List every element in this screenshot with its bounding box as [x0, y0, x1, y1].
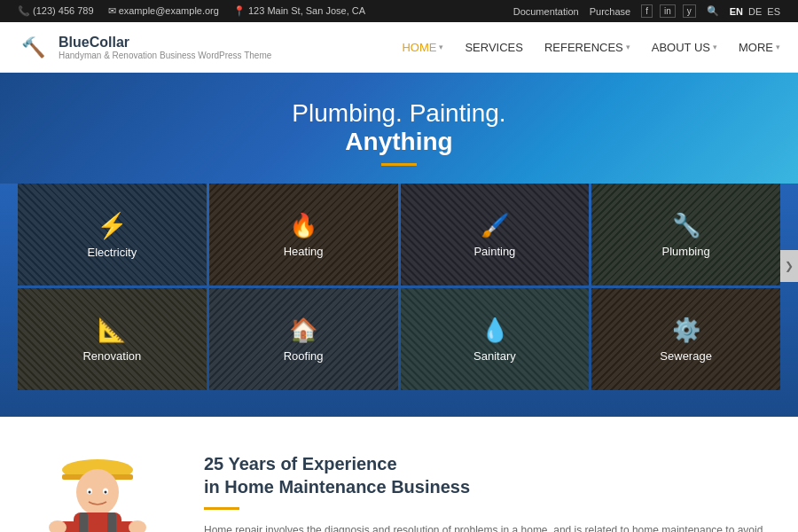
- painting-overlay: 🖌️ Painting: [401, 184, 590, 286]
- nav-home-arrow: ▾: [439, 43, 443, 51]
- hero-line2: Anything: [345, 128, 452, 155]
- linkedin-icon[interactable]: in: [660, 4, 676, 18]
- services-section: ⚡ Electricity 🔥 Heating 🖌️ Painting 🔧 Pl…: [0, 184, 798, 417]
- topbar: 📞 (123) 456 789 ✉ example@example.org 📍 …: [0, 0, 798, 22]
- sanitary-label: Sanitary: [473, 349, 516, 363]
- service-card-roofing[interactable]: 🏠 Roofing: [209, 288, 398, 390]
- renovation-overlay: 📐 Renovation: [18, 288, 207, 390]
- lang-es[interactable]: ES: [767, 6, 780, 17]
- about-heading-line1: 25 Years of Experience: [204, 454, 397, 473]
- service-card-sanitary[interactable]: 💧 Sanitary: [401, 288, 590, 390]
- services-grid: ⚡ Electricity 🔥 Heating 🖌️ Painting 🔧 Pl…: [18, 184, 780, 390]
- service-card-heating[interactable]: 🔥 Heating: [209, 184, 398, 286]
- purchase-link[interactable]: Purchase: [590, 6, 630, 17]
- about-body: Home repair involves the diagnosis and r…: [204, 522, 780, 532]
- about-image: [18, 443, 177, 532]
- svg-rect-12: [107, 512, 116, 532]
- main-nav: HOME ▾ SERVICES REFERENCES ▾ ABOUT US ▾ …: [402, 41, 780, 54]
- svg-point-9: [105, 491, 107, 494]
- hero-line1: Plumbing. Painting.: [292, 99, 505, 127]
- nav-references-arrow: ▾: [626, 43, 630, 51]
- header: 🔨 BlueCollar Handyman & Renovation Busin…: [0, 22, 798, 73]
- painting-label: Painting: [473, 245, 515, 258]
- nav-more[interactable]: MORE ▾: [739, 41, 780, 54]
- svg-point-8: [89, 491, 91, 494]
- social-links: f in y: [641, 4, 696, 18]
- sidebar-toggle[interactable]: ❯: [780, 250, 798, 282]
- electricity-icon: ⚡: [97, 211, 128, 240]
- painting-icon: 🖌️: [481, 212, 509, 239]
- logo-icon: 🔨: [18, 31, 50, 63]
- heating-icon: 🔥: [289, 212, 317, 239]
- about-underline: [204, 507, 239, 510]
- address-item: 📍 123 Main St, San Jose, CA: [233, 5, 365, 17]
- nav-about[interactable]: ABOUT US ▾: [652, 41, 717, 54]
- electricity-label: Electricity: [88, 246, 137, 259]
- nav-services[interactable]: SERVICES: [465, 41, 523, 54]
- hero-section: Plumbing. Painting. Anything: [0, 73, 798, 184]
- about-text: 25 Years of Experience in Home Maintenan…: [204, 443, 780, 532]
- sanitary-overlay: 💧 Sanitary: [401, 288, 590, 390]
- nav-home[interactable]: HOME ▾: [402, 41, 443, 54]
- phone-item: 📞 (123) 456 789: [18, 5, 94, 17]
- language-switcher: EN DE ES: [730, 6, 780, 17]
- lang-en[interactable]: EN: [730, 6, 743, 17]
- topbar-contact: 📞 (123) 456 789 ✉ example@example.org 📍 …: [18, 5, 365, 17]
- service-card-plumbing[interactable]: 🔧 Plumbing: [591, 184, 780, 286]
- about-heading: 25 Years of Experience in Home Maintenan…: [204, 452, 780, 498]
- hero-underline: [381, 163, 417, 166]
- phone-icon: 📞: [18, 5, 30, 16]
- nav-more-arrow: ▾: [776, 43, 780, 51]
- sewerage-label: Sewerage: [660, 349, 712, 363]
- about-heading-line2: in Home Maintenance Business: [204, 477, 470, 497]
- search-icon[interactable]: 🔍: [707, 5, 719, 17]
- svg-point-5: [76, 469, 119, 515]
- email-icon: ✉: [108, 5, 116, 16]
- nav-references[interactable]: REFERENCES ▾: [544, 41, 630, 54]
- svg-text:🔨: 🔨: [21, 35, 46, 59]
- about-section: 25 Years of Experience in Home Maintenan…: [0, 417, 798, 532]
- logo[interactable]: 🔨 BlueCollar Handyman & Renovation Busin…: [18, 31, 271, 63]
- phone-number: (123) 456 789: [33, 5, 94, 16]
- heating-overlay: 🔥 Heating: [209, 184, 398, 286]
- roofing-overlay: 🏠 Roofing: [209, 288, 398, 390]
- email-address: example@example.org: [119, 5, 219, 16]
- service-card-renovation[interactable]: 📐 Renovation: [18, 288, 207, 390]
- renovation-label: Renovation: [82, 349, 141, 363]
- address-text: 123 Main St, San Jose, CA: [248, 5, 365, 16]
- electricity-overlay: ⚡ Electricity: [18, 184, 207, 286]
- facebook-icon[interactable]: f: [641, 4, 653, 18]
- svg-rect-11: [79, 512, 88, 532]
- sewerage-overlay: ⚙️ Sewerage: [591, 288, 780, 390]
- yelp-icon[interactable]: y: [683, 4, 696, 18]
- nav-about-arrow: ▾: [713, 43, 717, 51]
- hero-heading: Plumbing. Painting. Anything: [292, 99, 505, 156]
- sewerage-icon: ⚙️: [672, 317, 700, 344]
- email-item: ✉ example@example.org: [108, 5, 219, 17]
- doc-link[interactable]: Documentation: [513, 6, 579, 17]
- roofing-icon: 🏠: [289, 317, 317, 344]
- plumbing-overlay: 🔧 Plumbing: [591, 184, 780, 286]
- brand-name: BlueCollar: [59, 35, 271, 51]
- lang-de[interactable]: DE: [748, 6, 762, 17]
- sidebar-arrow-icon: ❯: [785, 260, 794, 272]
- service-card-painting[interactable]: 🖌️ Painting: [401, 184, 590, 286]
- sanitary-icon: 💧: [481, 317, 509, 344]
- plumbing-label: Plumbing: [662, 245, 710, 258]
- roofing-label: Roofing: [284, 349, 324, 363]
- renovation-icon: 📐: [98, 317, 126, 344]
- location-icon: 📍: [233, 5, 246, 16]
- topbar-right: Documentation Purchase f in y 🔍 EN DE ES: [513, 4, 780, 18]
- worker-illustration: [31, 443, 164, 532]
- service-card-sewerage[interactable]: ⚙️ Sewerage: [591, 288, 780, 390]
- plumbing-icon: 🔧: [672, 212, 700, 239]
- service-card-electricity[interactable]: ⚡ Electricity: [18, 184, 207, 286]
- logo-text: BlueCollar Handyman & Renovation Busines…: [59, 35, 271, 60]
- brand-tagline: Handyman & Renovation Business WordPress…: [59, 51, 271, 60]
- heating-label: Heating: [284, 245, 324, 258]
